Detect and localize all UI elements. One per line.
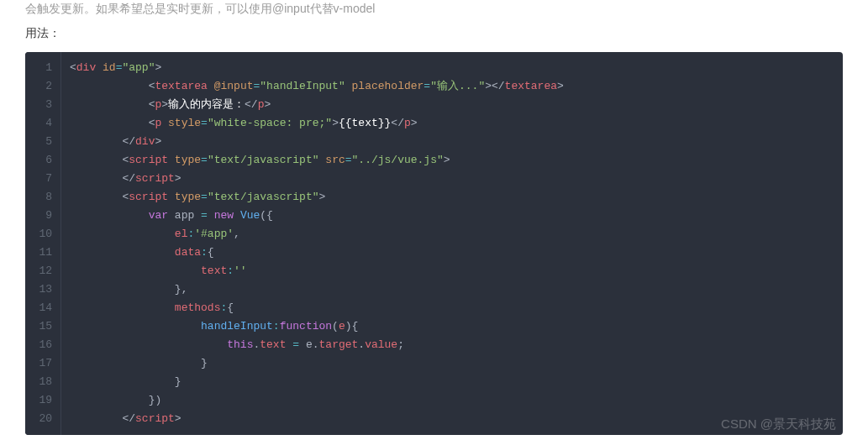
line-number: 13 — [25, 280, 60, 299]
code-line: } — [70, 354, 843, 373]
line-number: 4 — [25, 114, 60, 133]
line-number: 9 — [25, 207, 60, 225]
line-number: 17 — [25, 354, 60, 373]
code-line: methods:{ — [70, 299, 843, 317]
code-line: </script> — [70, 410, 843, 428]
line-number: 15 — [25, 317, 60, 336]
line-number: 14 — [25, 299, 60, 317]
line-number: 6 — [25, 151, 60, 170]
line-number: 5 — [25, 133, 60, 151]
code-line: el:'#app', — [70, 225, 843, 244]
article-body: 用法： — [0, 23, 868, 44]
code-block: 1234567891011121314151617181920 <div id=… — [25, 52, 843, 435]
line-number: 18 — [25, 373, 60, 391]
code-line: <script type="text/javascript"> — [70, 188, 843, 207]
code-line: <script type="text/javascript" src="../j… — [70, 151, 843, 170]
line-number: 10 — [25, 225, 60, 244]
usage-label: 用法： — [25, 23, 843, 44]
line-number: 7 — [25, 170, 60, 188]
line-number: 16 — [25, 336, 60, 354]
code-line: <p style="white-space: pre;">{{text}}</p… — [70, 114, 843, 133]
code-line: data:{ — [70, 244, 843, 262]
line-number: 12 — [25, 262, 60, 280]
code-content[interactable]: <div id="app"> <textarea @input="handleI… — [60, 52, 843, 435]
code-line: text:'' — [70, 262, 843, 280]
code-line: <p>输入的内容是：</p> — [70, 96, 843, 114]
code-line: handleInput:function(e){ — [70, 317, 843, 336]
code-line: <textarea @input="handleInput" placehold… — [70, 77, 843, 96]
line-number: 8 — [25, 188, 60, 207]
code-line: } — [70, 373, 843, 391]
line-number: 19 — [25, 391, 60, 410]
code-line: </div> — [70, 133, 843, 151]
line-number: 11 — [25, 244, 60, 262]
code-gutter: 1234567891011121314151617181920 — [25, 52, 60, 435]
code-line: }) — [70, 391, 843, 410]
code-line: </script> — [70, 170, 843, 188]
line-number: 1 — [25, 59, 60, 77]
article-partial-line: 会触发更新。如果希望总是实时更新，可以使用@input代替v-model — [0, 0, 868, 18]
code-line: <div id="app"> — [70, 59, 843, 77]
line-number: 3 — [25, 96, 60, 114]
code-line: this.text = e.target.value; — [70, 336, 843, 354]
article-cutoff-text: 会触发更新。如果希望总是实时更新，可以使用@input代替v-model — [25, 2, 375, 15]
code-line: var app = new Vue({ — [70, 207, 843, 225]
code-line: }, — [70, 280, 843, 299]
line-number: 20 — [25, 410, 60, 428]
line-number: 2 — [25, 77, 60, 96]
